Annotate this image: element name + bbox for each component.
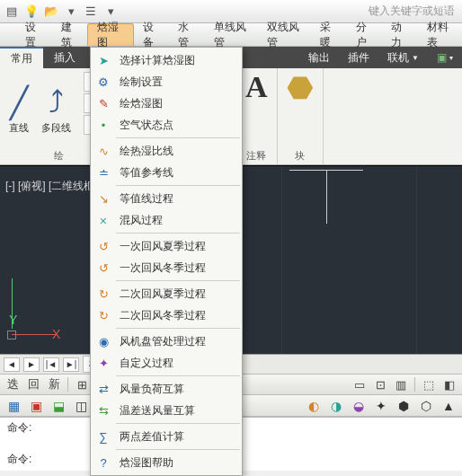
menu-item-icon: ⇄ [94,380,112,398]
ribbon-tab-insert[interactable]: 插入 [43,47,86,68]
menu-item-icon: ↺ [94,259,112,277]
menu-item-9[interactable]: ⨉混风过程 [91,209,242,231]
tb3-7[interactable]: ◒ [349,397,369,415]
menu-item-5[interactable]: ∿绘热湿比线 [91,140,242,162]
menu-item-8[interactable]: ↘等值线过程 [91,188,242,209]
menu-double-duct[interactable]: 双线风管 [258,23,311,46]
annotate-button[interactable]: A [245,72,268,102]
line-icon: ╱ [10,87,28,118]
tb3-4[interactable]: ◫ [71,397,91,415]
menu-separator [116,449,240,450]
menu-water-pipe[interactable]: 水管 [169,23,205,46]
menu-item-11[interactable]: ↺一次回风夏季过程 [91,235,242,257]
polyline-button[interactable]: ⤴ 多段线 [41,87,71,135]
menu-item-icon: ✎ [94,94,112,112]
ribbon-tab-extra[interactable]: ▣▾ [428,47,462,68]
menu-item-2[interactable]: ✎绘焓湿图 [91,93,242,114]
chevron-down-icon: ▼ [412,54,419,62]
qa-more-icon[interactable]: ▾ [102,4,119,20]
app-icon: ▤ [4,4,20,20]
grid-line [416,166,417,354]
menu-separator [116,233,240,234]
vt-prev[interactable]: ◄ [4,357,20,372]
tb3-2[interactable]: ▣ [26,397,46,415]
ribbon-tab-home[interactable]: 常用 [0,47,43,68]
nav-btn-4[interactable]: ⊞ [73,376,91,392]
tb3-3[interactable]: ⬓ [49,397,68,415]
tb3-9[interactable]: ⬢ [394,397,413,415]
menu-item-label: 绘焓湿图 [120,96,163,111]
nav-btn-3[interactable]: 新 [45,376,63,392]
menu-item-25[interactable]: ?焓湿图帮助 [91,452,242,473]
ribbon-tab-plugin[interactable]: 插件 [339,47,378,68]
menu-household[interactable]: 分户 [347,23,383,46]
menu-item-label: 混风过程 [120,213,163,228]
tb3-11[interactable]: ▲ [439,397,458,415]
menu-power[interactable]: 动力 [382,23,418,46]
menu-item-6[interactable]: ≐等值参考线 [91,162,242,183]
search-placeholder[interactable]: 键入关键字或短语 [361,0,462,22]
menu-equipment[interactable]: 设备 [134,23,170,46]
menu-bar: 设置 建筑 焓湿图 设备 水管 单线风管 双线风管 采暖 分户 动力 材料表 [0,23,462,47]
menu-item-icon: ↘ [94,190,112,207]
menu-item-0[interactable]: ➤选择计算焓湿图 [91,49,242,71]
viewport-label[interactable]: [-] [俯视] [二维线框 [5,179,94,194]
menu-item-label: 二次回风冬季过程 [120,308,206,323]
tb3-1[interactable]: ▦ [4,397,23,415]
menu-item-label: 绘制设置 [120,75,163,90]
nav-btn-r4[interactable]: ⬚ [420,376,438,392]
menu-psychrometric[interactable]: 焓湿图 [87,23,133,46]
ribbon-tab-output[interactable]: 输出 [299,47,339,68]
menu-item-label: 自定义过程 [120,356,173,371]
cursor-v [326,170,327,224]
menu-item-label: 等值线过程 [120,191,173,207]
menu-settings[interactable]: 设置 [16,23,52,46]
menu-item-label: 风机盘管处理过程 [120,334,206,349]
bulb-icon[interactable]: 💡 [23,4,40,20]
menu-item-label: 一次回风夏季过程 [120,239,206,254]
menu-item-21[interactable]: ⇆温差送风量互算 [91,400,242,421]
tb3-6[interactable]: ◑ [326,397,346,415]
menu-item-15[interactable]: ↻二次回风冬季过程 [91,304,242,326]
polyline-label: 多段线 [41,121,71,135]
menu-item-label: 选择计算焓湿图 [120,53,195,68]
nav-btn-r2[interactable]: ⊡ [371,376,389,392]
menu-single-duct[interactable]: 单线风管 [205,23,258,46]
line-button[interactable]: ╱ 直线 [9,87,29,135]
menu-item-label: 焓湿图帮助 [120,455,173,471]
vt-next[interactable]: ► [23,357,40,372]
menu-item-3[interactable]: •空气状态点 [91,114,242,136]
menu-item-1[interactable]: ⚙绘制设置 [91,71,242,93]
ribbon-tab-online[interactable]: 联机▼ [378,47,428,68]
menu-item-20[interactable]: ⇄风量负荷互算 [91,378,242,400]
menu-building[interactable]: 建筑 [52,23,88,46]
menu-item-12[interactable]: ↺一次回风冬季过程 [91,257,242,278]
menu-item-18[interactable]: ✦自定义过程 [91,352,242,374]
tb3-10[interactable]: ⬡ [416,397,436,415]
menu-item-icon: ? [94,454,112,472]
nav-btn-r5[interactable]: ◧ [440,376,458,392]
tb3-5[interactable]: ◐ [304,397,324,415]
menu-materials[interactable]: 材料表 [418,23,462,46]
grid-line [281,166,282,354]
menu-separator [116,328,240,329]
menu-item-14[interactable]: ↻二次回风夏季过程 [91,283,242,304]
menu-item-23[interactable]: ∑两点差值计算 [91,426,242,447]
nav-btn-r3[interactable]: ▥ [392,376,410,392]
qa-save-icon[interactable]: ▾ [63,4,79,20]
nav-btn-2[interactable]: 回 [24,376,42,392]
nav-btn-r1[interactable]: ▭ [351,376,369,392]
block-button[interactable]: ⬣ [287,72,314,102]
vt-last[interactable]: ►| [63,357,79,372]
menu-heating[interactable]: 采暖 [311,23,347,46]
qa-open-icon[interactable]: 📂 [43,4,59,20]
menu-item-17[interactable]: ◉风机盘管处理过程 [91,331,242,352]
nav-btn-1[interactable]: 迭 [4,376,22,392]
tb3-8[interactable]: ✦ [371,397,391,415]
qa-print-icon[interactable]: ☰ [83,4,99,20]
menu-item-label: 风量负荷互算 [120,382,184,397]
vt-first[interactable]: |◄ [43,357,59,372]
line-label: 直线 [9,121,29,135]
menu-separator [116,423,240,424]
annotate-icon: A [245,72,268,102]
